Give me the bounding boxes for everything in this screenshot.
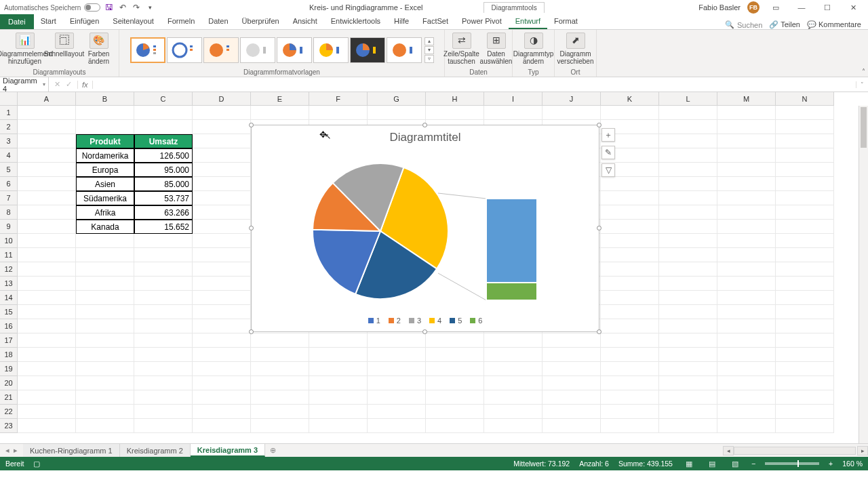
cell[interactable] [659,177,717,191]
table-cell[interactable]: Asien [76,177,134,191]
cell[interactable] [776,220,834,234]
cell[interactable] [18,419,76,433]
cell[interactable] [776,248,834,262]
col-header-H[interactable]: H [426,92,484,106]
macro-record-icon[interactable]: ▢ [33,460,40,468]
cell[interactable] [776,419,834,433]
cell[interactable] [659,305,717,319]
cell[interactable] [134,405,193,419]
cell[interactable] [776,106,834,120]
col-header-D[interactable]: D [193,92,251,106]
cell[interactable] [309,106,368,120]
cell[interactable] [601,376,659,390]
cell[interactable] [76,234,134,248]
cell[interactable] [76,362,134,376]
row-header-11[interactable]: 11 [0,248,18,262]
cell[interactable] [776,362,834,376]
cell[interactable] [776,234,834,248]
row-header-18[interactable]: 18 [0,348,18,362]
cell[interactable] [368,362,426,376]
cell[interactable] [776,319,834,333]
row-header-3[interactable]: 3 [0,134,18,148]
cell[interactable] [18,362,76,376]
cell[interactable] [18,277,76,291]
col-header-K[interactable]: K [601,92,659,106]
tab-power pivot[interactable]: Power Pivot [455,14,509,29]
cell[interactable] [426,362,484,376]
cell[interactable] [76,106,134,120]
cell[interactable] [776,277,834,291]
share-button[interactable]: 🔗 Teilen [769,20,800,29]
cell[interactable] [368,106,426,120]
legend-item-2[interactable]: 2 [389,317,401,325]
chart-legend[interactable]: 123456 [252,317,599,325]
cell[interactable] [484,362,542,376]
autosave-toggle[interactable]: Automatisches Speichern [4,3,100,12]
cell[interactable] [659,376,717,390]
cell[interactable] [193,405,251,419]
ribbon-options-icon[interactable]: ▭ [766,1,785,14]
maximize-icon[interactable]: ☐ [818,1,837,14]
cell[interactable] [776,291,834,305]
row-header-21[interactable]: 21 [0,390,18,405]
col-header-I[interactable]: I [484,92,542,106]
cell[interactable] [134,120,193,134]
table-cell[interactable]: Produkt [76,134,134,148]
vertical-scrollbar[interactable] [859,106,868,443]
cell[interactable] [717,277,776,291]
cell[interactable] [18,120,76,134]
tab-einfügen[interactable]: Einfügen [63,14,106,29]
cell[interactable] [542,405,601,419]
cell[interactable] [368,419,426,433]
cell[interactable] [484,419,542,433]
tab-factset[interactable]: FactSet [416,14,455,29]
table-cell[interactable]: 53.737 [134,191,193,205]
cell[interactable] [601,220,659,234]
cell[interactable] [193,163,251,177]
cell[interactable] [193,120,251,134]
cell[interactable] [542,348,601,362]
table-cell[interactable]: 126.500 [134,148,193,163]
cell[interactable] [776,148,834,163]
cell[interactable] [134,419,193,433]
cell[interactable] [717,319,776,333]
quick-layout-button[interactable]: ⿹Schnelllayout [47,31,81,58]
cell[interactable] [717,248,776,262]
cell[interactable] [368,348,426,362]
cell[interactable] [776,405,834,419]
cell[interactable] [659,220,717,234]
cell[interactable] [717,419,776,433]
close-icon[interactable]: ✕ [844,1,863,14]
cell[interactable] [601,191,659,205]
chart-style-7[interactable] [350,37,385,63]
cell[interactable] [193,220,251,234]
fx-icon[interactable]: fx [77,81,93,89]
collapse-ribbon-icon[interactable]: ˄ [862,68,865,75]
add-sheet-button[interactable]: ⊕ [265,444,280,457]
tab-daten[interactable]: Daten [201,14,235,29]
row-header-2[interactable]: 2 [0,120,18,134]
cell[interactable] [18,234,76,248]
change-chart-type-button[interactable]: ◑Diagrammtyp ändern [515,31,553,65]
cell[interactable] [309,362,368,376]
table-cell[interactable]: 63.266 [134,205,193,220]
table-cell[interactable]: Umsatz [134,134,193,148]
sheet-nav-next-icon[interactable]: ▸ [14,446,18,455]
cell[interactable] [134,305,193,319]
table-cell[interactable]: Südamerika [76,191,134,205]
minimize-icon[interactable]: — [792,1,811,14]
cell[interactable] [76,291,134,305]
cell[interactable] [426,376,484,390]
cell[interactable] [76,120,134,134]
cell[interactable] [309,405,368,419]
cell[interactable] [368,405,426,419]
cell[interactable] [717,262,776,277]
cell[interactable] [601,291,659,305]
chart-filters-button[interactable]: ▽ [601,163,615,177]
cell[interactable] [18,319,76,333]
table-cell[interactable]: 15.652 [134,220,193,234]
tab-format[interactable]: Format [547,14,585,29]
cell[interactable] [717,220,776,234]
cell[interactable] [18,348,76,362]
cell[interactable] [601,333,659,348]
